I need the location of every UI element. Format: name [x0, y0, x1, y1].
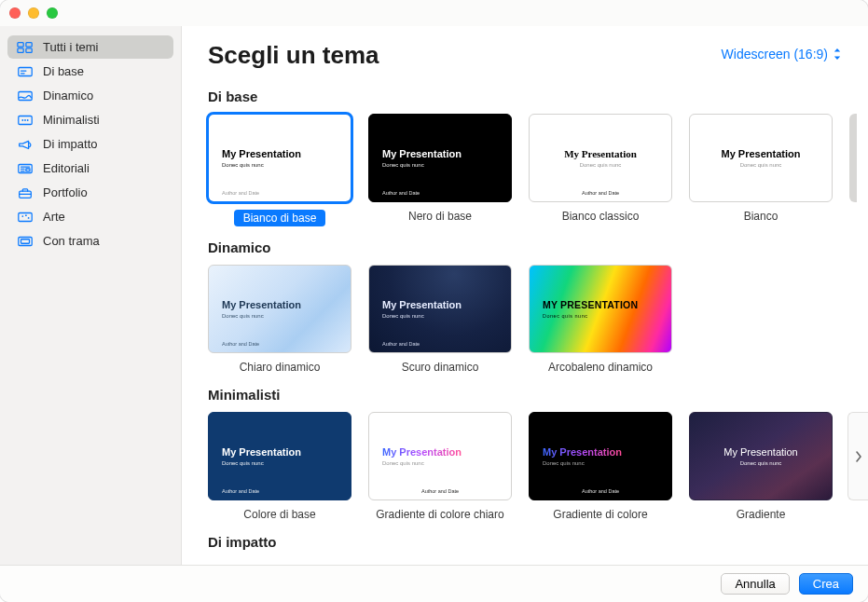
theme-thumbnail[interactable]: My PresentationDonec quis nuncAuthor and…	[368, 114, 512, 202]
thumb-subtitle: Donec quis nunc	[543, 460, 658, 466]
thumb-footer: Author and Date	[382, 341, 420, 347]
waves-icon	[17, 89, 34, 103]
thumb-title: My Presentation	[382, 148, 498, 160]
theme-thumbnail[interactable]: My PresentationDonec quis nuncAuthor and…	[208, 265, 351, 353]
thumb-title: My Presentation	[703, 148, 819, 160]
svg-point-20	[21, 215, 23, 217]
aspect-ratio-select[interactable]: Widescreen (16:9)	[722, 41, 842, 62]
svg-rect-0	[18, 42, 23, 47]
theme-item[interactable]: My PresentationDonec quis nuncGradiente	[689, 412, 833, 521]
section-title: Minimalisti	[208, 387, 868, 403]
theme-label: Gradiente di colore chiaro	[376, 508, 503, 521]
theme-item[interactable]: My PresentationDonec quis nuncAuthor and…	[208, 412, 351, 521]
theme-thumbnail[interactable]: My PresentationDonec quis nuncAuthor and…	[208, 412, 351, 500]
sidebar-item-texture[interactable]: Con trama	[7, 229, 173, 253]
sidebar-item-label: Editoriali	[43, 161, 90, 175]
sidebar-item-basic[interactable]: Di base	[7, 60, 173, 83]
dialog-footer: Annulla Crea	[0, 565, 868, 602]
thumb-subtitle: Donec quis nunc	[543, 313, 658, 319]
svg-rect-16	[26, 169, 30, 171]
theme-item[interactable]: My PresentationDonec quis nuncAuthor and…	[208, 114, 351, 226]
briefcase-icon	[17, 186, 34, 199]
svg-point-22	[28, 217, 30, 219]
theme-label: Bianco di base	[234, 210, 326, 226]
create-button[interactable]: Crea	[799, 573, 853, 595]
thumb-title: My Presentation	[543, 446, 658, 458]
theme-item[interactable]: My PresentationDonec quis nuncBianco	[689, 114, 833, 226]
sidebar-item-label: Con trama	[43, 234, 100, 248]
theme-label: Bianco	[744, 210, 778, 223]
chevron-right-icon	[855, 450, 862, 463]
thumb-footer: Author and Date	[222, 190, 259, 196]
theme-label: Chiaro dinamico	[240, 361, 321, 374]
window-titlebar	[0, 0, 868, 26]
thumb-title: My Presentation	[222, 446, 338, 458]
sidebar-item-impact[interactable]: Di impatto	[7, 132, 173, 156]
page-title: Scegli un tema	[208, 41, 379, 70]
theme-item[interactable]: My PresentationDonec quis nuncAuthor and…	[208, 265, 351, 374]
aspect-ratio-label: Widescreen (16:9)	[722, 47, 828, 62]
theme-item[interactable]: My PresentationDonec quis nuncAuthor and…	[368, 412, 512, 521]
sidebar-item-label: Minimalisti	[43, 113, 100, 127]
svg-rect-19	[19, 212, 32, 221]
theme-label: Colore di base	[243, 508, 315, 521]
theme-thumbnail[interactable]: My PresentationDonec quis nuncAuthor and…	[208, 114, 351, 202]
thumb-subtitle: Donec quis nunc	[382, 313, 498, 319]
theme-peek	[849, 114, 857, 202]
thumb-title: My Presentation	[382, 446, 498, 458]
theme-label: Scuro dinamico	[402, 361, 479, 374]
theme-thumbnail[interactable]: My PresentationDonec quis nuncAuthor and…	[529, 114, 672, 202]
thumb-title: My Presentation	[382, 299, 498, 311]
frame-icon	[17, 235, 34, 248]
theme-thumbnail[interactable]: My PresentationDonec quis nunc	[689, 114, 833, 202]
theme-thumbnail[interactable]: My PresentationDonec quis nuncAuthor and…	[368, 265, 512, 353]
grid-icon	[17, 41, 34, 54]
sidebar-item-art[interactable]: Arte	[7, 205, 173, 228]
theme-label: Gradiente di colore	[553, 508, 647, 521]
sidebar-item-dynamic[interactable]: Dinamico	[7, 84, 173, 107]
theme-row: My PresentationDonec quis nuncAuthor and…	[208, 412, 868, 521]
sidebar: Tutti i temiDi baseDinamicoMinimalistiDi…	[0, 26, 182, 565]
theme-row: My PresentationDonec quis nuncAuthor and…	[208, 114, 868, 226]
theme-thumbnail[interactable]: My PresentationDonec quis nuncAuthor and…	[529, 412, 672, 500]
sidebar-item-portfolio[interactable]: Portfolio	[7, 181, 173, 204]
theme-label: Nero di base	[408, 210, 472, 223]
sidebar-item-label: Di impatto	[43, 137, 98, 151]
window-zoom-button[interactable]	[47, 7, 58, 19]
theme-scroll-area[interactable]: Di baseMy PresentationDonec quis nuncAut…	[182, 75, 868, 565]
theme-item[interactable]: My PresentationDonec quis nuncAuthor and…	[368, 265, 512, 374]
theme-thumbnail[interactable]: MY PRESENTATIONDonec quis nunc	[529, 265, 672, 353]
row-next-button[interactable]	[847, 412, 868, 500]
section-title: Di base	[208, 89, 868, 104]
thumb-subtitle: Donec quis nunc	[222, 460, 338, 466]
sidebar-item-label: Dinamico	[43, 89, 93, 103]
theme-label: Gradiente	[737, 508, 786, 521]
thumb-title: My Presentation	[703, 446, 819, 458]
section-title: Dinamico	[208, 239, 868, 255]
thumb-subtitle: Donec quis nunc	[382, 162, 498, 168]
thumb-footer: Author and Date	[222, 341, 259, 347]
sidebar-item-editorial[interactable]: Editoriali	[7, 157, 173, 180]
theme-item[interactable]: MY PRESENTATIONDonec quis nuncArcobaleno…	[529, 265, 672, 374]
window-close-button[interactable]	[9, 7, 21, 19]
palette-icon	[17, 211, 34, 224]
thumb-footer: Author and Date	[530, 190, 671, 196]
svg-rect-1	[26, 42, 32, 47]
theme-label: Arcobaleno dinamico	[548, 361, 653, 374]
cancel-button[interactable]: Annulla	[721, 573, 789, 595]
theme-thumbnail[interactable]: My PresentationDonec quis nunc	[689, 412, 833, 500]
theme-item[interactable]: My PresentationDonec quis nuncAuthor and…	[368, 114, 512, 226]
newspaper-icon	[17, 162, 34, 175]
thumb-title: My Presentation	[222, 299, 338, 311]
sidebar-item-all[interactable]: Tutti i temi	[7, 35, 173, 59]
thumb-title: My Presentation	[543, 148, 658, 160]
sidebar-item-label: Tutti i temi	[43, 40, 98, 54]
theme-thumbnail[interactable]: My PresentationDonec quis nuncAuthor and…	[368, 412, 512, 500]
theme-item[interactable]: My PresentationDonec quis nuncAuthor and…	[529, 412, 672, 521]
thumb-footer: Author and Date	[382, 190, 420, 196]
sidebar-item-minimal[interactable]: Minimalisti	[7, 108, 173, 131]
thumb-subtitle: Donec quis nunc	[222, 313, 338, 319]
window-minimize-button[interactable]	[28, 7, 39, 19]
thumb-footer: Author and Date	[530, 488, 671, 494]
theme-item[interactable]: My PresentationDonec quis nuncAuthor and…	[529, 114, 672, 226]
